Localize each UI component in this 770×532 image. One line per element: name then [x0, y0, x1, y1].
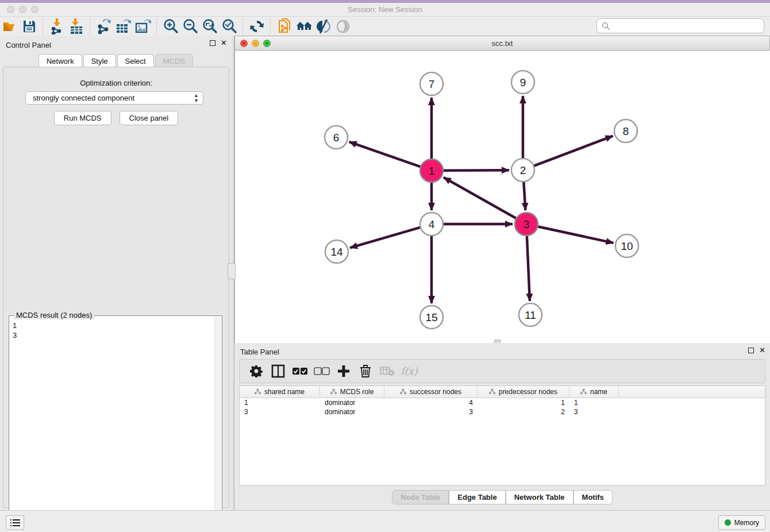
search-field[interactable] — [596, 18, 764, 33]
mcds-tab-content: Optimization criterion: strongly connect… — [3, 67, 229, 508]
run-mcds-button[interactable]: Run MCDS — [54, 111, 111, 125]
hide-panel-icon[interactable] — [314, 18, 333, 35]
svg-text:10: 10 — [621, 240, 633, 252]
column-view-icon[interactable] — [268, 361, 288, 381]
graph-node-14[interactable]: 14 — [325, 240, 348, 263]
graph-node-10[interactable]: 10 — [615, 234, 638, 257]
close-panel-button[interactable]: Close panel — [120, 111, 179, 125]
select-stepper-icon: ▲▼ — [194, 93, 199, 103]
svg-text:14: 14 — [330, 246, 343, 258]
graph-node-7[interactable]: 7 — [420, 72, 443, 95]
graph-node-8[interactable]: 8 — [614, 119, 637, 142]
cell-name[interactable]: 3 — [569, 407, 619, 417]
result-scrollbar[interactable] — [214, 317, 221, 531]
add-column-icon[interactable] — [334, 361, 353, 381]
criterion-select[interactable]: strongly connected component ▲▼ — [25, 91, 203, 105]
memory-status-icon — [725, 519, 731, 526]
graph-node-15[interactable]: 15 — [420, 306, 443, 329]
edge-2-8[interactable] — [534, 136, 613, 166]
delete-column-icon[interactable] — [356, 361, 375, 381]
graph-node-6[interactable]: 6 — [325, 126, 348, 149]
edge-3-10[interactable] — [538, 226, 614, 243]
refresh-icon[interactable] — [247, 18, 267, 35]
optimization-criterion-label: Optimization criterion: — [3, 79, 229, 87]
tab-mcds[interactable]: MCDS — [155, 54, 193, 68]
select-all-icon[interactable] — [290, 361, 310, 381]
tab-edge-table[interactable]: Edge Table — [449, 490, 505, 504]
task-history-button[interactable] — [6, 515, 24, 530]
splitter-handle[interactable] — [228, 263, 236, 279]
column-header-successor-nodes[interactable]: successor nodes — [384, 386, 478, 398]
tab-style[interactable]: Style — [83, 54, 116, 68]
tab-node-table[interactable]: Node Table — [392, 490, 449, 504]
edge-4-14[interactable] — [350, 228, 421, 248]
hierarchy-icon — [400, 389, 406, 395]
edge-3-1[interactable] — [444, 178, 517, 218]
deselect-all-icon[interactable] — [312, 361, 332, 381]
graph-node-4[interactable]: 4 — [420, 213, 443, 236]
zoom-fit-icon[interactable] — [200, 18, 220, 35]
save-session-icon[interactable] — [20, 18, 39, 35]
graph-node-9[interactable]: 9 — [511, 71, 534, 94]
import-table-icon[interactable] — [67, 18, 86, 35]
table-row[interactable]: 1dominator411 — [240, 398, 765, 407]
close-table-panel-icon[interactable]: ✕ — [759, 348, 765, 353]
table-body: 1dominator4113dominator323 — [240, 398, 765, 417]
float-table-panel-icon[interactable] — [748, 348, 754, 353]
tab-select[interactable]: Select — [117, 54, 154, 68]
column-header-shared-name[interactable]: shared name — [240, 386, 320, 398]
graph-node-2[interactable]: 2 — [511, 159, 534, 182]
search-input[interactable] — [614, 21, 764, 31]
zoom-selected-icon[interactable] — [220, 18, 239, 35]
home-layout-icon[interactable] — [294, 18, 314, 35]
edge-2-3[interactable] — [523, 182, 525, 210]
column-header-MCDS-role[interactable]: MCDS role — [320, 386, 384, 398]
cell-name[interactable]: 1 — [569, 398, 619, 407]
cell-predecessor-nodes[interactable]: 2 — [478, 407, 569, 417]
network-graph[interactable]: 7968124314101511 — [235, 51, 769, 342]
close-panel-icon[interactable]: ✕ — [221, 40, 227, 46]
toolbar-separator — [90, 18, 91, 34]
titlebar: Session: New Session — [0, 3, 770, 17]
settings-gear-icon[interactable] — [247, 361, 266, 381]
cell-successor-nodes[interactable]: 3 — [384, 407, 478, 417]
export-table-icon[interactable] — [114, 18, 133, 35]
status-bar: Memory — [0, 510, 770, 532]
cell-successor-nodes[interactable]: 4 — [384, 398, 478, 407]
cell-predecessor-nodes[interactable]: 1 — [478, 398, 569, 407]
network-canvas[interactable]: 7968124314101511 — [234, 51, 770, 343]
graph-node-11[interactable]: 11 — [519, 303, 542, 326]
column-header-predecessor-nodes[interactable]: predecessor nodes — [478, 386, 569, 398]
clone-network-icon[interactable] — [275, 18, 294, 35]
edge-3-11[interactable] — [527, 236, 530, 301]
mcds-result-text[interactable]: 1 3 — [13, 321, 17, 340]
table-row[interactable]: 3dominator323 — [240, 407, 765, 417]
edge-1-6[interactable] — [349, 142, 421, 167]
float-panel-icon[interactable] — [210, 40, 215, 46]
graph-node-3[interactable]: 3 — [515, 213, 538, 236]
open-file-icon[interactable] — [0, 18, 20, 35]
cell-shared-name[interactable]: 1 — [240, 398, 320, 407]
tab-motifs[interactable]: Motifs — [573, 490, 613, 504]
cell-shared-name[interactable]: 3 — [240, 407, 320, 417]
svg-text:1: 1 — [429, 165, 435, 177]
cell-MCDS-role[interactable]: dominator — [320, 407, 384, 417]
control-panel-tabs: NetworkStyleSelectMCDS — [0, 54, 232, 68]
column-header-name[interactable]: name — [569, 386, 619, 398]
network-window-titlebar[interactable]: ✕ − + scc.txt — [234, 36, 770, 51]
memory-label: Memory — [734, 519, 759, 527]
svg-text:15: 15 — [425, 311, 437, 323]
edge-1-2[interactable] — [443, 170, 509, 171]
export-network-icon[interactable] — [94, 18, 114, 35]
hierarchy-icon — [255, 389, 261, 395]
tab-network[interactable]: Network — [38, 54, 82, 68]
export-image-icon[interactable] — [133, 18, 153, 35]
graph-node-1[interactable]: 1 — [420, 159, 443, 182]
import-network-icon[interactable] — [47, 18, 67, 35]
zoom-out-icon[interactable] — [180, 18, 200, 35]
tab-network-table[interactable]: Network Table — [506, 490, 573, 504]
zoom-in-icon[interactable] — [161, 18, 180, 35]
cell-MCDS-role[interactable]: dominator — [320, 398, 384, 407]
memory-button[interactable]: Memory — [718, 515, 765, 530]
hierarchy-icon — [580, 389, 587, 395]
